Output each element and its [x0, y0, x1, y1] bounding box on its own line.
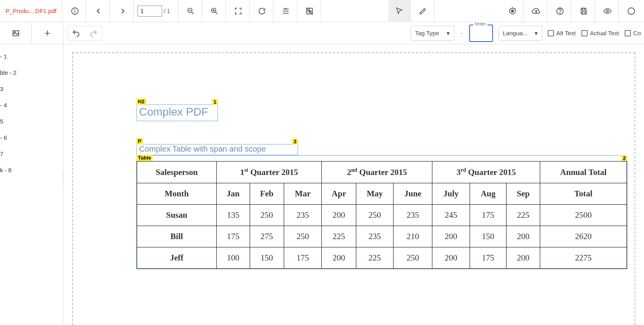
- cloud-upload-icon[interactable]: [525, 0, 547, 22]
- order-input[interactable]: [469, 25, 493, 42]
- table-header: Annual Total: [540, 162, 627, 183]
- row-total: 2620: [540, 226, 627, 247]
- prev-page-button[interactable]: [88, 0, 110, 22]
- zoom-out-button[interactable]: [180, 0, 202, 22]
- svg-line-21: [514, 8, 516, 9]
- structure-tree-item[interactable]: - 1: [0, 48, 63, 65]
- rotate-button[interactable]: [251, 0, 273, 22]
- structure-tree-item[interactable]: 3: [0, 81, 63, 97]
- table-cell: 200: [432, 247, 470, 269]
- table-cell: 225: [356, 247, 393, 269]
- select-tool-button[interactable]: [388, 0, 411, 22]
- fullscreen-button[interactable]: [227, 0, 250, 22]
- svg-point-1: [75, 9, 75, 10]
- tag-label: P: [136, 138, 143, 144]
- actual-text-label: Actual Text: [590, 30, 619, 36]
- structure-tree-sidebar: - 1ble - 23- 45- 67k - 8: [0, 44, 63, 325]
- main-toolbar: P_Produ....DF1.pdf / 1: [0, 0, 644, 22]
- visibility-icon[interactable]: [596, 0, 619, 22]
- table-subheader: Aug: [470, 183, 506, 205]
- language-label: Langua...: [503, 30, 528, 36]
- table-row: Bill1752752502252352102001502002620: [137, 226, 627, 247]
- row-header: Jeff: [137, 247, 217, 269]
- table-header: 2nd Quarter 2015: [322, 162, 432, 183]
- table-header: Salesperson: [137, 162, 217, 183]
- svg-point-27: [606, 10, 609, 12]
- alt-text-checkbox[interactable]: Alt Text: [548, 30, 576, 36]
- table-cell: 275: [250, 226, 284, 247]
- tag-type-dropdown[interactable]: Tag Type ▾: [411, 26, 454, 41]
- help-icon[interactable]: [549, 0, 571, 22]
- reflow-button[interactable]: [275, 0, 297, 22]
- table-cell: 200: [322, 205, 356, 226]
- language-dropdown[interactable]: Langua... ▾: [499, 26, 542, 41]
- table-subheader: Jan: [216, 183, 250, 205]
- file-tab[interactable]: P_Produ....DF1.pdf: [0, 0, 62, 22]
- grid-off-button[interactable]: [299, 0, 321, 22]
- table-cell: 250: [250, 205, 284, 226]
- table-cell: 250: [356, 205, 393, 226]
- structure-tree-item[interactable]: 5: [0, 113, 63, 129]
- table-row: Jeff1001501752002252502001752002275: [137, 247, 627, 269]
- pdf-page: H2 1 Complex PDF P 3 Complex Table with …: [72, 52, 635, 325]
- checkbox-icon: [625, 30, 631, 36]
- structure-tree-item[interactable]: k - 8: [0, 162, 63, 178]
- table-subheader: Apr: [322, 183, 356, 205]
- table-cell: 235: [356, 226, 393, 247]
- co-checkbox[interactable]: Co: [625, 30, 641, 36]
- structure-tree-item[interactable]: - 4: [0, 97, 63, 113]
- chevron-down-icon: ▾: [535, 30, 538, 37]
- save-icon[interactable]: [573, 0, 595, 22]
- actual-text-checkbox[interactable]: Actual Text: [581, 30, 619, 36]
- table-cell: 175: [284, 247, 322, 269]
- more-icon[interactable]: [620, 0, 642, 22]
- page-number-input[interactable]: [138, 6, 162, 17]
- edit-tool-button[interactable]: [412, 0, 434, 22]
- svg-point-24: [560, 13, 560, 13]
- tag-label: H2: [136, 99, 146, 105]
- structure-tree-item[interactable]: ble - 2: [0, 65, 63, 81]
- svg-rect-25: [582, 8, 585, 10]
- zoom-in-button[interactable]: [204, 0, 226, 22]
- table-cell: 235: [394, 205, 432, 226]
- table-subheader: May: [356, 183, 393, 205]
- separator-dash: -: [460, 30, 463, 37]
- structure-tree-item[interactable]: 7: [0, 146, 63, 162]
- row-total: 2275: [540, 247, 627, 269]
- next-page-button[interactable]: [111, 0, 134, 22]
- tag-label: Table: [136, 155, 153, 161]
- tag-frame-h2[interactable]: H2 1 Complex PDF: [136, 105, 218, 121]
- svg-point-19: [511, 10, 514, 12]
- sidebar-resize-handle[interactable]: [62, 171, 64, 187]
- add-tab-button[interactable]: +: [32, 22, 63, 44]
- table-cell: 250: [284, 226, 322, 247]
- svg-line-4: [192, 12, 194, 14]
- table-subheader: Sep: [506, 183, 540, 205]
- properties-toolbar: + Tag Type ▾ - Order Langu: [0, 22, 644, 44]
- table-cell: 200: [506, 247, 540, 269]
- target-icon[interactable]: [501, 0, 524, 22]
- table-cell: 250: [394, 247, 432, 269]
- structure-tree-item[interactable]: - 6: [0, 129, 63, 146]
- tag-order-badge: 3: [292, 139, 298, 144]
- redo-button[interactable]: [85, 26, 102, 40]
- row-total: 2500: [540, 205, 627, 226]
- table-header: 3rd Quarter 2015: [432, 162, 540, 183]
- tag-frame-table[interactable]: Table 2 Salesperson1st Quarter 20152nd Q…: [136, 155, 627, 269]
- checkbox-icon: [581, 30, 588, 36]
- info-icon[interactable]: [64, 0, 86, 22]
- table-cell: 135: [216, 205, 250, 226]
- data-table: Salesperson1st Quarter 20152nd Quarter 2…: [137, 161, 627, 269]
- h2-text: Complex PDF: [137, 105, 218, 119]
- table-cell: 200: [432, 226, 470, 247]
- table-cell: 175: [470, 205, 506, 226]
- document-canvas[interactable]: H2 1 Complex PDF P 3 Complex Table with …: [63, 44, 644, 325]
- table-subheader: Mar: [284, 183, 322, 205]
- tag-order-badge: 2: [621, 155, 627, 161]
- thumbnails-tab-icon[interactable]: [0, 22, 32, 44]
- table-subheader: June: [394, 183, 432, 205]
- table-cell: 245: [432, 205, 470, 226]
- undo-button[interactable]: [68, 26, 84, 40]
- order-legend: Order: [473, 21, 487, 26]
- tag-frame-p[interactable]: P 3 Complex Table with span and scope: [136, 144, 298, 155]
